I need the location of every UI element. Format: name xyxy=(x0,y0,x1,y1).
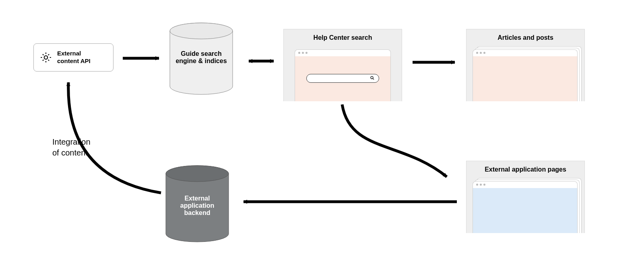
text: Guide search xyxy=(181,50,221,57)
diagram-canvas: External content API Guide search engine… xyxy=(0,0,644,266)
svg-point-4 xyxy=(166,166,229,182)
browser-frame xyxy=(295,49,391,101)
annotation-integration: Integration of content xyxy=(52,137,121,158)
node-help-center-search: Help Center search xyxy=(283,29,402,101)
svg-point-2 xyxy=(170,23,233,39)
node-api-label: External content API xyxy=(57,50,91,65)
window-controls-icon xyxy=(298,52,308,54)
search-icon xyxy=(370,75,375,82)
browser-body xyxy=(473,56,577,101)
text: backend xyxy=(184,209,211,216)
panel-title: Articles and posts xyxy=(466,34,584,41)
browser-body xyxy=(473,188,577,233)
node-external-content-api: External content API xyxy=(33,43,114,72)
window-controls-icon xyxy=(476,184,485,186)
text: External xyxy=(184,195,210,202)
svg-point-0 xyxy=(44,56,48,59)
arrow-helpcenter-to-externalpages xyxy=(342,104,447,177)
browser-frame xyxy=(473,49,578,101)
text: content API xyxy=(57,57,91,64)
text: engine & indices xyxy=(175,57,227,64)
text: of content xyxy=(52,148,88,157)
browser-body xyxy=(295,56,390,101)
node-external-app-pages: External application pages xyxy=(466,161,585,233)
node-articles-posts: Articles and posts xyxy=(466,29,585,101)
text: Integration xyxy=(52,137,91,146)
text: application xyxy=(180,202,214,209)
node-external-backend-label: External application backend xyxy=(169,195,225,217)
gear-icon xyxy=(39,51,52,64)
browser-frame xyxy=(473,181,578,233)
node-guide-search-label: Guide search engine & indices xyxy=(173,50,229,65)
panel-title: Help Center search xyxy=(284,34,402,41)
panel-title: External application pages xyxy=(466,166,584,173)
search-bar xyxy=(306,74,379,83)
text: External xyxy=(57,50,81,57)
window-controls-icon xyxy=(476,52,485,54)
svg-point-5 xyxy=(371,76,373,79)
